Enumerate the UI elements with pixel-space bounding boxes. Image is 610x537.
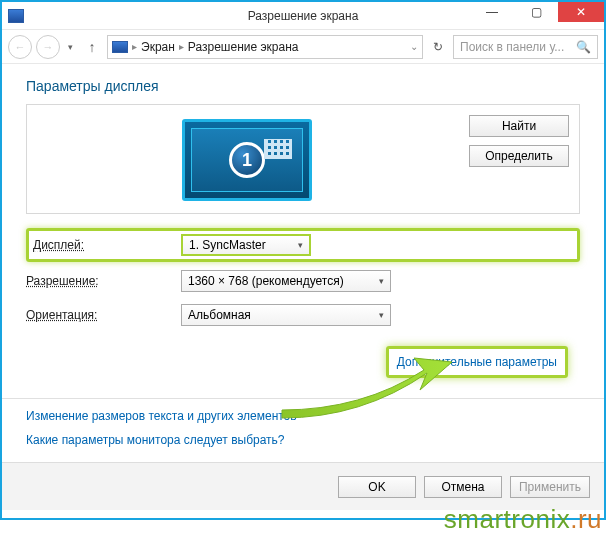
up-button[interactable]: ↑ bbox=[81, 36, 103, 58]
watermark-part2: .ru bbox=[570, 504, 602, 534]
monitor-screen: 1 bbox=[191, 128, 303, 192]
monitor-icon bbox=[112, 41, 128, 53]
chevron-right-icon: ▸ bbox=[132, 41, 137, 52]
chevron-down-icon: ▾ bbox=[298, 240, 303, 250]
chevron-down-icon[interactable]: ⌄ bbox=[410, 41, 418, 52]
titlebar: Разрешение экрана — ▢ ✕ bbox=[2, 2, 604, 30]
display-preview-panel: 1 Найти Определить bbox=[26, 104, 580, 214]
display-row: Дисплей: 1. SyncMaster ▾ bbox=[26, 228, 580, 262]
advanced-settings-highlight: Дополнительные параметры bbox=[386, 346, 568, 378]
minimize-button[interactable]: — bbox=[470, 2, 514, 22]
cancel-button[interactable]: Отмена bbox=[424, 476, 502, 498]
search-input[interactable]: Поиск в панели у... 🔍 bbox=[453, 35, 598, 59]
close-button[interactable]: ✕ bbox=[558, 2, 604, 22]
find-button[interactable]: Найти bbox=[469, 115, 569, 137]
monitor-number-badge: 1 bbox=[229, 142, 265, 178]
settings-form: Дисплей: 1. SyncMaster ▾ Разрешение: 136… bbox=[26, 228, 580, 330]
resolution-select[interactable]: 1360 × 768 (рекомендуется) ▾ bbox=[181, 270, 391, 292]
navbar: ← → ▾ ↑ ▸ Экран ▸ Разрешение экрана ⌄ ↻ … bbox=[2, 30, 604, 64]
resolution-label: Разрешение: bbox=[26, 274, 181, 288]
calendar-grid-icon bbox=[264, 139, 292, 159]
monitor-thumbnail[interactable]: 1 bbox=[182, 119, 312, 201]
which-settings-link[interactable]: Какие параметры монитора следует выбрать… bbox=[26, 433, 580, 447]
text-size-link[interactable]: Изменение размеров текста и других элеме… bbox=[26, 409, 580, 423]
window: Разрешение экрана — ▢ ✕ ← → ▾ ↑ ▸ Экран … bbox=[0, 0, 606, 520]
chevron-right-icon: ▸ bbox=[179, 41, 184, 52]
chevron-down-icon: ▾ bbox=[379, 310, 384, 320]
orientation-row: Ориентация: Альбомная ▾ bbox=[26, 300, 580, 330]
resolution-value: 1360 × 768 (рекомендуется) bbox=[188, 274, 344, 288]
maximize-button[interactable]: ▢ bbox=[514, 2, 558, 22]
content-area: Параметры дисплея 1 Найти Определить Дис… bbox=[2, 64, 604, 447]
window-buttons: — ▢ ✕ bbox=[470, 2, 604, 22]
display-select[interactable]: 1. SyncMaster ▾ bbox=[181, 234, 311, 256]
breadcrumb-1[interactable]: Экран bbox=[141, 40, 175, 54]
resolution-row: Разрешение: 1360 × 768 (рекомендуется) ▾ bbox=[26, 266, 580, 296]
watermark-part1: smartronix bbox=[444, 504, 570, 534]
advanced-settings-link[interactable]: Дополнительные параметры bbox=[397, 355, 557, 369]
help-links: Изменение размеров текста и других элеме… bbox=[26, 409, 580, 447]
apply-button[interactable]: Применить bbox=[510, 476, 590, 498]
forward-button[interactable]: → bbox=[36, 35, 60, 59]
display-value: 1. SyncMaster bbox=[189, 238, 266, 252]
display-label: Дисплей: bbox=[33, 238, 181, 252]
breadcrumb-2[interactable]: Разрешение экрана bbox=[188, 40, 299, 54]
history-dropdown-icon[interactable]: ▾ bbox=[64, 42, 77, 52]
refresh-button[interactable]: ↻ bbox=[427, 40, 449, 54]
chevron-down-icon: ▾ bbox=[379, 276, 384, 286]
app-icon bbox=[8, 9, 24, 23]
ok-button[interactable]: OK bbox=[338, 476, 416, 498]
address-bar[interactable]: ▸ Экран ▸ Разрешение экрана ⌄ bbox=[107, 35, 423, 59]
search-icon: 🔍 bbox=[576, 40, 591, 54]
watermark: smartronix.ru bbox=[444, 504, 602, 535]
detect-button[interactable]: Определить bbox=[469, 145, 569, 167]
search-placeholder: Поиск в панели у... bbox=[460, 40, 564, 54]
page-title: Параметры дисплея bbox=[26, 78, 580, 94]
orientation-select[interactable]: Альбомная ▾ bbox=[181, 304, 391, 326]
separator bbox=[2, 398, 604, 399]
orientation-label: Ориентация: bbox=[26, 308, 181, 322]
back-button[interactable]: ← bbox=[8, 35, 32, 59]
dialog-footer: OK Отмена Применить bbox=[2, 462, 604, 510]
orientation-value: Альбомная bbox=[188, 308, 251, 322]
